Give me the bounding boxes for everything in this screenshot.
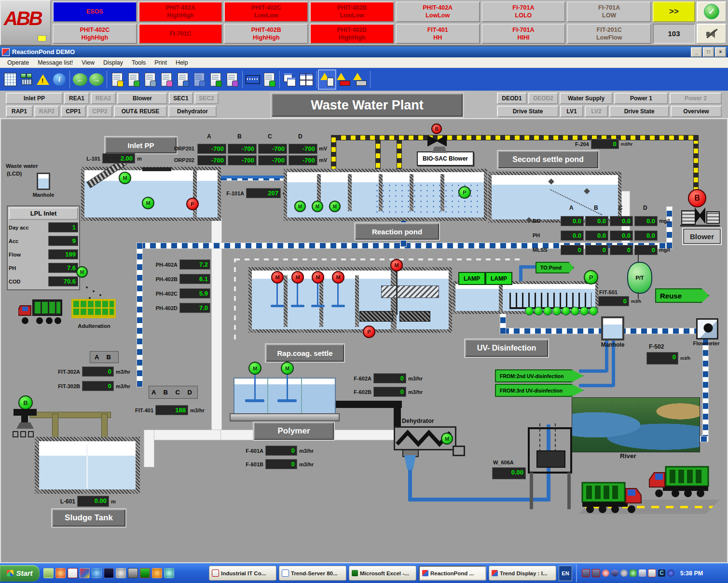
nav-lv2[interactable]: LV2 xyxy=(585,106,608,117)
alarm-more-button[interactable]: >> xyxy=(653,1,695,22)
info-icon[interactable]: i xyxy=(51,70,68,89)
back-icon[interactable]: ← xyxy=(72,70,88,89)
language-indicator[interactable]: EN xyxy=(559,566,572,581)
menu-message-list[interactable]: Message list! xyxy=(33,58,77,67)
alarm-list-doc-icon[interactable] xyxy=(109,70,125,89)
tray-net-off2-icon[interactable] xyxy=(592,569,600,577)
rap-mixer-motor-2[interactable]: M xyxy=(291,271,304,284)
tray-bluetooth-icon[interactable] xyxy=(667,569,674,577)
menu-view[interactable]: View xyxy=(77,58,99,67)
inlet-pump[interactable]: P xyxy=(186,198,199,210)
tray-updater-icon[interactable] xyxy=(630,569,637,577)
alarm-gray-line-icon[interactable] xyxy=(352,70,368,89)
start-button[interactable]: Start xyxy=(0,565,40,582)
tray-shield-icon[interactable] xyxy=(611,569,618,577)
cascade-windows-icon[interactable] xyxy=(282,70,298,89)
nav-overview[interactable]: Overview xyxy=(671,106,722,117)
trend-doc-icon[interactable] xyxy=(158,70,175,89)
inlet-mixer-motor[interactable]: M xyxy=(142,197,154,209)
alarm-tile-fi701c[interactable]: FI-701C xyxy=(138,24,223,44)
window-titlebar[interactable]: ReactionPond DEMO _ □ × xyxy=(0,46,728,57)
rap-bottom-pump[interactable]: P xyxy=(363,325,375,338)
uv-valve-icon[interactable] xyxy=(580,307,589,315)
task-trend-server[interactable]: Trend-Server 80... xyxy=(279,566,346,581)
reuse-arrow[interactable]: Reuse xyxy=(655,288,709,303)
nav-out-reuse[interactable]: OUT& REUSE xyxy=(114,106,167,117)
trend-time-doc-icon[interactable] xyxy=(224,70,240,89)
menu-print[interactable]: Print xyxy=(150,58,171,67)
uv-valve-icon[interactable] xyxy=(552,307,561,315)
quicklaunch-components-icon[interactable] xyxy=(128,568,138,578)
task-trend-display[interactable]: Trend Display : I... xyxy=(489,566,556,581)
nav-cpp2[interactable]: CPP2 xyxy=(87,106,112,117)
menu-operate[interactable]: Operate xyxy=(3,58,33,67)
polymer-mixer-motor-1[interactable]: M xyxy=(248,362,261,375)
alarm-tile-phit402a-highhigh[interactable]: PHIT-402AHighHigh xyxy=(138,1,223,22)
alarm-silence-button[interactable] xyxy=(697,24,727,44)
minimize-button[interactable]: _ xyxy=(691,47,702,57)
quicklaunch-media-icon[interactable] xyxy=(80,568,90,578)
quicklaunch-desktop-icon[interactable] xyxy=(43,568,54,578)
alarm-tile-fi701a-hihi[interactable]: FI-701AHIHI xyxy=(481,24,566,44)
alarm-tile-phit402b-highhigh[interactable]: PHIT-402BHighHigh xyxy=(224,24,308,44)
verified-doc-icon[interactable] xyxy=(207,70,224,89)
alarm-tile-fit401-hh[interactable]: FIT-401HH xyxy=(396,24,480,44)
tray-gear-icon[interactable] xyxy=(620,569,628,577)
network-status-icon[interactable] xyxy=(18,70,35,89)
nav-water-supply[interactable]: Water Supply xyxy=(560,93,613,104)
keyboard-icon[interactable] xyxy=(245,70,261,89)
nav-power2[interactable]: Power 2 xyxy=(670,93,722,104)
faceplate-doc-icon[interactable] xyxy=(191,70,207,89)
nav-inlet-pp[interactable]: Inlet PP xyxy=(6,93,63,104)
quicklaunch-globe-icon[interactable] xyxy=(164,568,174,578)
reuse-pump[interactable]: P xyxy=(584,270,598,285)
reaction-pump-green[interactable]: P xyxy=(458,186,471,199)
quicklaunch-paint-icon[interactable] xyxy=(116,568,126,578)
nav-deod1[interactable]: DEOD1 xyxy=(497,93,527,104)
air-valve-indicator[interactable]: B xyxy=(431,123,442,134)
tray-pointer-icon[interactable] xyxy=(639,569,646,577)
nav-power1[interactable]: Power 1 xyxy=(614,93,668,104)
task-excel[interactable]: Microsoft Excel -... xyxy=(349,566,416,581)
flowmeter-icon[interactable] xyxy=(696,318,718,339)
quicklaunch-clock-app-icon[interactable] xyxy=(152,568,162,578)
menu-display[interactable]: Display xyxy=(99,58,127,67)
rap-mixer-motor-4[interactable]: M xyxy=(332,271,344,284)
alarm-red-line-icon[interactable] xyxy=(335,70,352,89)
sludge-blower-motor[interactable]: B xyxy=(18,395,33,410)
alarm-warning-icon[interactable]: ! xyxy=(35,70,51,89)
maximize-button[interactable]: □ xyxy=(703,47,714,57)
quicklaunch-acrobat-icon[interactable] xyxy=(68,568,78,578)
uv-valve-icon[interactable] xyxy=(562,307,570,315)
close-button[interactable]: × xyxy=(715,47,726,57)
report-edit-doc-icon[interactable] xyxy=(175,70,191,89)
alarm-tile-phit402d-highhigh[interactable]: PHIT-402DHighHigh xyxy=(310,24,394,44)
alarm-tile-phit402a-lowlow[interactable]: PHIT-402ALowLow xyxy=(396,1,480,22)
inlet-screw-motor[interactable]: M xyxy=(119,172,131,184)
display-grid-icon[interactable] xyxy=(2,70,18,89)
uv-lamp-indicator-2[interactable]: LAMP xyxy=(485,272,512,285)
rap-mixer-motor-1[interactable]: M xyxy=(271,271,284,284)
uv-valve-icon[interactable] xyxy=(571,307,579,315)
nav-sec1[interactable]: SEC1 xyxy=(169,93,193,104)
nav-rap1[interactable]: RAP1 xyxy=(6,106,33,117)
nav-rea2[interactable]: REA2 xyxy=(91,93,116,104)
polymer-mixer-motor-2[interactable]: M xyxy=(281,362,294,375)
dehydrator-motor[interactable]: M xyxy=(441,433,453,445)
nav-drive-state-1[interactable]: Drive State xyxy=(497,106,559,117)
uv-lamp-indicator-1[interactable]: LAMP xyxy=(458,272,485,285)
alarm-page-icon[interactable] xyxy=(319,70,335,89)
uv-valve-icon[interactable] xyxy=(543,307,552,315)
uv-valve-icon[interactable] xyxy=(525,307,534,315)
alarm-tile-fi701a-low[interactable]: FI-701ALOW xyxy=(567,1,651,22)
add-trend-icon[interactable] xyxy=(261,70,277,89)
nav-sec2[interactable]: SEC2 xyxy=(194,93,219,104)
reaction-mixer-motor-3[interactable]: M xyxy=(329,201,341,212)
to-pond-arrow[interactable]: TO:Pond xyxy=(536,262,574,273)
nav-deod2[interactable]: DEOD2 xyxy=(528,93,558,104)
quicklaunch-green-app-icon[interactable] xyxy=(140,568,150,578)
reaction-mixer-motor-2[interactable]: M xyxy=(312,201,323,212)
alarm-tile-fi701a-lolo[interactable]: FI-701ALOLO xyxy=(481,1,566,22)
nav-lv1[interactable]: LV1 xyxy=(560,106,583,117)
tray-letter-c-icon[interactable]: C xyxy=(658,569,665,577)
